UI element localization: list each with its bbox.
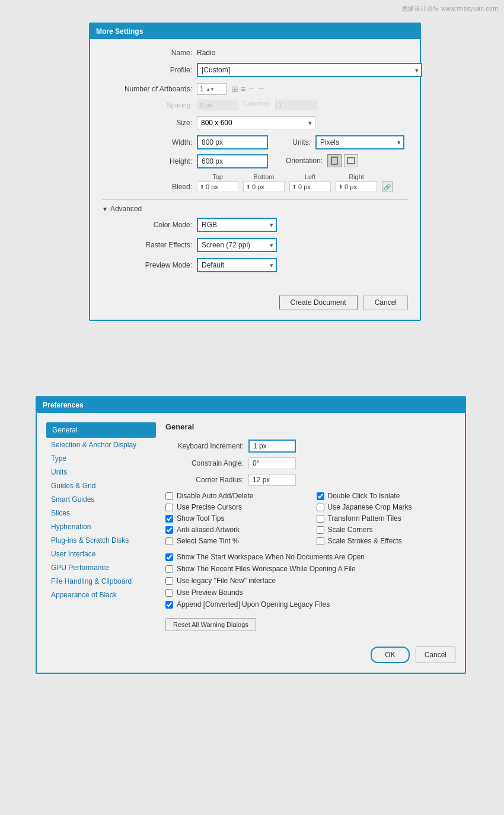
sidebar-item-hyphenation[interactable]: Hyphenation (46, 520, 156, 533)
triangle-icon[interactable]: ▼ (102, 206, 108, 212)
svg-rect-1 (347, 158, 355, 164)
corner-radius-input[interactable] (248, 474, 296, 486)
sidebar-item-general[interactable]: General (46, 422, 156, 438)
width-row: Width: (102, 135, 268, 149)
units-orientation-section: Units: Pixels Inches Centimeters Orienta… (286, 135, 404, 167)
sidebar-item-smart-guides[interactable]: Smart Guides (46, 493, 156, 506)
checkbox-disable-auto-input[interactable] (165, 492, 173, 500)
portrait-btn[interactable] (327, 154, 342, 167)
preview-mode-select-wrapper[interactable]: Default Pixel Overprint (197, 258, 277, 272)
sidebar-item-file-handling[interactable]: File Handling & Clipboard (46, 575, 156, 588)
checkbox-show-tooltips: Show Tool Tips (165, 514, 305, 523)
artboards-arrows[interactable]: ▲▼ (206, 87, 215, 91)
more-settings-cancel-button[interactable]: Cancel (363, 295, 408, 310)
checkbox-japanese-crop-label: Use Japanese Crop Marks (328, 503, 412, 511)
bleed-left-input[interactable]: ⬆ 0 px (289, 182, 331, 192)
sidebar-item-gpu[interactable]: GPU Performance (46, 561, 156, 574)
dim-fields: Width: Height: (102, 135, 268, 168)
bleed-left-header: Left (289, 173, 331, 180)
checkbox-preview-bounds-input[interactable] (165, 589, 173, 597)
sidebar-item-user-interface[interactable]: User Interface (46, 547, 156, 561)
checkbox-double-click-isolate-label: Double Click To Isolate (328, 492, 400, 500)
artboards-value: 1 (200, 85, 204, 93)
checkbox-double-click-isolate: Double Click To Isolate (317, 492, 456, 500)
more-settings-footer: Create Document Cancel (90, 289, 420, 320)
right-arrow-icon: → (257, 84, 264, 94)
checkbox-same-tint-input[interactable] (165, 537, 173, 545)
width-input[interactable] (197, 135, 268, 149)
units-select[interactable]: Pixels Inches Centimeters (315, 135, 404, 149)
sidebar-item-appearance[interactable]: Appearance of Black (46, 588, 156, 601)
profile-select[interactable]: [Custom] (197, 63, 422, 77)
checkbox-scale-strokes-label: Scale Strokes & Effects (328, 537, 402, 545)
keyboard-increment-label: Keyboard Increment: (165, 442, 248, 450)
preview-mode-label: Preview Mode: (102, 261, 197, 269)
orientation-label: Orientation: (286, 157, 327, 165)
sidebar-item-plugins[interactable]: Plug-ins & Scratch Disks (46, 534, 156, 547)
artboards-label: Number of Artboards: (102, 85, 197, 93)
checkbox-anti-aliased-label: Anti-aliased Artwork (177, 526, 240, 534)
checkbox-scale-strokes-input[interactable] (317, 537, 324, 545)
checkbox-scale-corners-input[interactable] (317, 526, 324, 534)
keyboard-increment-input[interactable] (248, 440, 296, 453)
checkbox-recent-files-input[interactable] (165, 565, 173, 573)
sidebar-item-slices[interactable]: Slices (46, 507, 156, 520)
constrain-angle-input[interactable] (248, 457, 296, 469)
sidebar-item-units[interactable]: Units (46, 466, 156, 479)
link-bleed-icon[interactable]: 🔗 (382, 182, 393, 192)
checkboxes-left-col: Disable Auto Add/Delete Use Precise Curs… (165, 492, 305, 548)
raster-effects-select[interactable]: Screen (72 ppi) Medium (150 ppi) High (3… (197, 238, 277, 252)
sidebar-item-selection[interactable]: Selection & Anchor Display (46, 438, 156, 451)
size-select-wrapper[interactable]: 800 x 600 (197, 116, 315, 129)
grid-icon: ⊞ (231, 84, 238, 94)
color-mode-select[interactable]: RGB CMYK (197, 218, 277, 232)
orientation-row: Orientation: (286, 154, 404, 167)
preferences-footer: OK Cancel (37, 641, 465, 673)
artboards-spinner[interactable]: 1 ▲▼ (197, 83, 227, 95)
sidebar-item-guides[interactable]: Guides & Grid (46, 479, 156, 492)
create-document-button[interactable]: Create Document (279, 295, 358, 310)
color-mode-select-wrapper[interactable]: RGB CMYK (197, 218, 277, 232)
checkbox-legacy-new-input[interactable] (165, 577, 173, 585)
units-select-wrapper[interactable]: Pixels Inches Centimeters (315, 135, 404, 149)
checkbox-double-click-isolate-input[interactable] (317, 492, 324, 500)
preferences-ok-button[interactable]: OK (371, 647, 409, 663)
divider-1 (102, 199, 408, 200)
profile-select-wrapper[interactable]: [Custom] (197, 63, 422, 77)
checkbox-append-converted-input[interactable] (165, 601, 173, 609)
preferences-cancel-button[interactable]: Cancel (416, 647, 455, 663)
advanced-section: ▼ Advanced Color Mode: RGB CMYK Raster E… (102, 205, 408, 272)
bleed-top-input[interactable]: ⬆ 0 px (197, 182, 238, 192)
checkbox-precise-cursors-label: Use Precise Cursors (177, 503, 242, 511)
spacing-input-2 (275, 100, 317, 110)
preview-mode-select[interactable]: Default Pixel Overprint (197, 258, 277, 272)
reset-warnings-button[interactable]: Reset All Warning Dialogs (165, 618, 256, 631)
checkbox-legacy-new-label: Use legacy "File New" interface (177, 577, 276, 585)
size-select[interactable]: 800 x 600 (197, 116, 315, 129)
checkbox-anti-aliased: Anti-aliased Artwork (165, 526, 305, 534)
checkbox-japanese-crop-input[interactable] (317, 504, 324, 511)
checkbox-anti-aliased-input[interactable] (165, 526, 173, 534)
landscape-btn[interactable] (344, 154, 358, 167)
corner-radius-label: Corner Radius: (165, 476, 248, 484)
checkbox-show-tooltips-input[interactable] (165, 515, 173, 523)
pref-section-title: General (165, 422, 455, 431)
checkbox-preview-bounds-label: Use Preview Bounds (177, 588, 243, 597)
checkbox-recent-files: Show The Recent Files Workspace While Op… (165, 565, 455, 573)
orientation-buttons (327, 154, 358, 167)
bleed-bottom-input[interactable]: ⬆ 0 px (243, 182, 285, 192)
checkbox-transform-pattern: Transform Pattern Tiles (317, 514, 456, 523)
spacing-label: Spacing: (102, 101, 197, 109)
checkbox-transform-pattern-input[interactable] (317, 515, 324, 523)
checkbox-start-workspace-input[interactable] (165, 553, 173, 561)
height-input[interactable] (197, 154, 268, 168)
checkbox-disable-auto-label: Disable Auto Add/Delete (177, 492, 253, 500)
checkboxes-right-col: Double Click To Isolate Use Japanese Cro… (317, 492, 456, 548)
checkbox-precise-cursors-input[interactable] (165, 504, 173, 511)
profile-row: Profile: [Custom] (102, 63, 408, 77)
raster-effects-select-wrapper[interactable]: Screen (72 ppi) Medium (150 ppi) High (3… (197, 238, 277, 252)
sidebar-item-type[interactable]: Type (46, 452, 156, 465)
profile-label: Profile: (102, 66, 197, 74)
bleed-right-input[interactable]: ⬆ 0 px (336, 182, 377, 192)
watermark-text: 思缘设计论坛 www.missyuan.com (402, 5, 498, 13)
